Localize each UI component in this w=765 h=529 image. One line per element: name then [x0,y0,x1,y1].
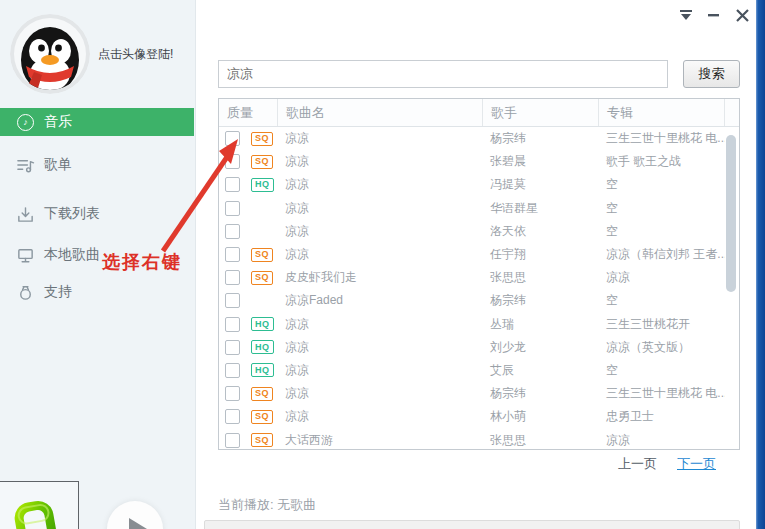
song-name: 凉凉 [278,176,483,193]
artist-name: 杨宗纬 [483,130,599,147]
table-row[interactable]: SQ凉凉杨宗纬三生三世十里桃花 电... [219,382,739,405]
quality-badge: HQ [251,178,274,192]
song-name: 凉凉 [278,339,483,356]
quality-badge: HQ [251,340,274,354]
artist-name: 杨宗纬 [483,292,599,309]
table-row[interactable]: 凉凉Faded杨宗纬空 [219,289,739,312]
artist-name: 杨宗纬 [483,385,599,402]
song-name: 凉凉 [278,130,483,147]
quality-badge: HQ [251,363,274,377]
sidebar-item-label: 歌单 [44,156,72,174]
table-row[interactable]: SQ凉凉张碧晨歌手 歌王之战 [219,150,739,173]
table-row[interactable]: SQ皮皮虾我们走张思思凉凉 [219,266,739,289]
album-name: 凉凉（英文版） [599,339,725,356]
table-row[interactable]: SQ凉凉任宇翔凉凉（韩信刘邦 王者... [219,243,739,266]
row-checkbox[interactable] [225,433,240,448]
album-name: 忠勇卫士 [599,408,725,425]
table-row[interactable]: SQ凉凉林小萌忠勇卫士 [219,405,739,428]
scrollbar-thumb[interactable] [726,135,736,292]
row-checkbox[interactable] [225,340,240,355]
album-name: 歌手 歌王之战 [599,153,725,170]
skin-menu-icon[interactable] [677,6,695,24]
playlist-icon [16,156,35,175]
column-header-artist[interactable]: 歌手 [483,99,599,126]
table-row[interactable]: SQ大话西游张思思凉凉 [219,428,739,451]
play-button[interactable] [107,501,163,529]
table-row[interactable]: SQ凉凉杨宗纬三生三世十里桃花 电... [219,127,739,150]
table-body: SQ凉凉杨宗纬三生三世十里桃花 电...SQ凉凉张碧晨歌手 歌王之战HQ凉凉冯提… [219,127,739,452]
artist-name: 华语群星 [483,200,599,217]
table-row[interactable]: HQ凉凉刘少龙凉凉（英文版） [219,336,739,359]
window-edge-strip [756,0,765,529]
minimize-icon[interactable] [705,6,723,24]
sidebar-item-label: 支持 [44,283,72,301]
login-prompt[interactable]: 点击头像登陆! [98,46,173,63]
album-art-box [0,481,79,529]
monitor-icon [16,246,35,265]
play-icon [129,518,147,529]
artist-name: 张碧晨 [483,153,599,170]
sidebar-item-music[interactable]: ♪ 音乐 [0,108,194,136]
song-name: 凉凉 [278,408,483,425]
column-header-quality[interactable]: 质量 [219,99,278,126]
row-checkbox[interactable] [225,247,240,262]
quality-badge: SQ [251,387,273,401]
song-name: 皮皮虾我们走 [278,269,483,286]
sidebar-item-support[interactable]: 支持 [0,278,194,306]
row-checkbox[interactable] [225,154,240,169]
column-header-album[interactable]: 专辑 [599,99,725,126]
song-name: 大话西游 [278,432,483,449]
row-checkbox[interactable] [225,177,240,192]
song-name: 凉凉Faded [278,292,483,309]
sidebar-item-label: 音乐 [44,113,72,131]
song-name: 凉凉 [278,385,483,402]
search-input[interactable] [218,60,668,88]
row-checkbox[interactable] [225,293,240,308]
account-area[interactable]: 点击头像登陆! [10,14,173,94]
progress-bar[interactable] [204,520,740,529]
row-checkbox[interactable] [225,131,240,146]
now-playing-label: 当前播放: 无歌曲 [218,496,316,514]
table-row[interactable]: HQ凉凉冯提莫空 [219,173,739,196]
sidebar-item-downloads[interactable]: 下载列表 [0,200,194,228]
prev-page-link[interactable]: 上一页 [618,455,657,473]
album-name: 空 [599,200,725,217]
app-window: 点击头像登陆! ♪ 音乐 歌单 下载列表 本地歌曲 [0,0,765,529]
table-row[interactable]: HQ凉凉丛瑞三生三世桃花开 [219,313,739,336]
search-button[interactable]: 搜索 [683,60,740,88]
song-name: 凉凉 [278,153,483,170]
row-checkbox[interactable] [225,317,240,332]
close-icon[interactable] [733,6,751,24]
column-header-song[interactable]: 歌曲名 [278,99,483,126]
table-row[interactable]: 凉凉洛天依空 [219,220,739,243]
sidebar-item-playlist[interactable]: 歌单 [0,151,194,179]
artist-name: 林小萌 [483,408,599,425]
row-checkbox[interactable] [225,224,240,239]
table-row[interactable]: HQ凉凉艾辰空 [219,359,739,382]
artist-name: 艾辰 [483,362,599,379]
album-name: 凉凉 [599,269,725,286]
sidebar-item-label: 本地歌曲 [44,246,100,264]
table-row[interactable]: 凉凉华语群星空 [219,197,739,220]
music-icon: ♪ [16,113,35,132]
artist-name: 冯提莫 [483,176,599,193]
window-controls [677,6,751,24]
row-checkbox[interactable] [225,270,240,285]
artist-name: 张思思 [483,269,599,286]
row-checkbox[interactable] [225,409,240,424]
row-checkbox[interactable] [225,201,240,216]
results-table: 质量 歌曲名 歌手 专辑 SQ凉凉杨宗纬三生三世十里桃花 电...SQ凉凉张碧晨… [218,98,740,450]
album-name: 三生三世十里桃花 电... [599,130,725,147]
quality-badge: SQ [251,155,273,169]
artist-name: 洛天依 [483,223,599,240]
next-page-link[interactable]: 下一页 [677,455,716,473]
row-checkbox[interactable] [225,363,240,378]
quality-badge: SQ [251,410,273,424]
row-checkbox[interactable] [225,386,240,401]
qq-penguin-avatar[interactable] [10,14,90,94]
album-name: 空 [599,292,725,309]
sidebar-item-label: 下载列表 [44,205,100,223]
column-header-spacer [725,99,739,126]
album-name: 空 [599,362,725,379]
album-name: 空 [599,223,725,240]
